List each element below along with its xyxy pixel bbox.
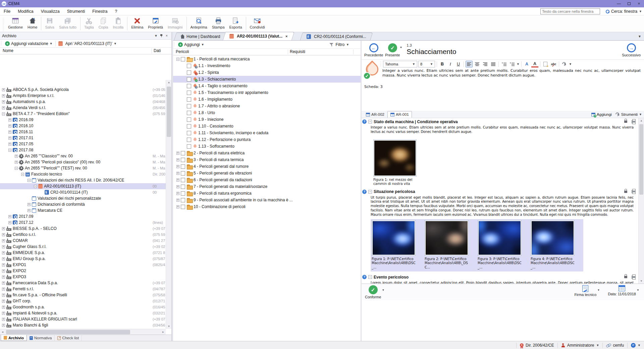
technical-signature-button[interactable]: Firma tecnico ▼ (574, 285, 596, 297)
hazard-tree-row[interactable]: +10 - Combinazione di pericoli (173, 203, 361, 210)
print-button[interactable]: Stampa (210, 16, 227, 30)
tree-expander-icon[interactable]: + (8, 221, 11, 224)
open-document-button[interactable]: Apri 'AR2-001/001113 (IT)' (65, 41, 112, 46)
previous-button[interactable]: ← Precedente (364, 43, 383, 57)
tree-expander-icon[interactable]: + (8, 215, 11, 218)
archive-tree-row[interactable]: +2016.11 (0, 129, 166, 135)
italic-button[interactable]: I (447, 61, 454, 67)
toolbar-grip[interactable] (3, 16, 4, 32)
printer-icon[interactable] (632, 120, 636, 123)
align-right-button[interactable] (482, 61, 489, 67)
hazard-tree-row[interactable]: 1.10 - Cesoiamento (173, 123, 361, 130)
collapse-icon[interactable]: − (368, 275, 372, 279)
archive-tree-row[interactable]: +EXPO3 (0, 274, 166, 280)
hazard-tree-row[interactable]: 1.9 - Iniezione (173, 116, 361, 123)
font-color-button[interactable]: A (523, 61, 530, 67)
maximize-button[interactable] (624, 0, 634, 7)
tab-ar-002[interactable]: AR-002 (363, 111, 387, 118)
printer-icon[interactable] (632, 276, 636, 279)
tree-expander-icon[interactable]: + (8, 137, 11, 140)
printer-icon[interactable] (632, 190, 636, 193)
search-input[interactable] (540, 8, 600, 14)
hazard-tree-row[interactable]: +5 - Pericoli generati da vibrazioni (173, 170, 361, 177)
archive-tree-row[interactable]: +Azienda Verdi s.r.l.(05/456 (0, 105, 166, 111)
panel-close-icon[interactable]: × (164, 34, 169, 38)
hazard-tree-row[interactable]: 1.5 - Trascinamento o intr appolamento (173, 89, 361, 96)
tools-button[interactable]: Strumenti▼ (615, 112, 642, 117)
close-tab-icon[interactable]: × (285, 34, 287, 38)
highlight-color-button[interactable]: A (531, 61, 538, 67)
hazard-tree-row[interactable]: 1.6 - Impigliamento (173, 96, 361, 103)
tree-expander-icon[interactable]: + (8, 124, 11, 128)
tree-expander-icon[interactable]: + (2, 312, 5, 315)
scrollbar-thumb[interactable] (167, 87, 171, 137)
checkbox[interactable] (181, 158, 185, 162)
hazard-tree-row[interactable]: −1 - Pericoli di natura meccanica (173, 56, 361, 62)
export-button[interactable]: Esporta (227, 16, 245, 30)
tree-expander-icon[interactable]: + (2, 282, 5, 285)
tree-expander-icon[interactable]: + (2, 263, 5, 266)
menu-finestra[interactable]: Finestra (89, 7, 111, 15)
conformity-status-button[interactable]: Conforme ▼ (365, 285, 381, 299)
tree-expander-icon[interactable]: + (2, 306, 5, 309)
archive-tree-row[interactable]: +2017.01 (0, 135, 166, 141)
home-button[interactable]: Home (25, 16, 40, 30)
archive-tree-row[interactable]: +Marcatura CE (0, 207, 166, 213)
checkbox[interactable] (187, 138, 191, 142)
tree-expander-icon[interactable]: − (8, 149, 11, 152)
figure-thumbnail[interactable] (478, 220, 522, 256)
figure-thumbnail[interactable] (373, 140, 417, 177)
menu-modifica[interactable]: Modifica (14, 7, 37, 15)
archive-tree-row[interactable]: +BIESSE S.p.A. - SELCO(+39 07 (0, 226, 166, 232)
section-text[interactable]: Integer a varius nunc. Etiam ultricies s… (371, 126, 636, 134)
archive-tree-row[interactable]: +ITALIANA KELLER GRIGLIATI scarl(+39 07 (0, 316, 166, 322)
hazard-tree-row[interactable]: +8 - Pericoli di natura ergonomica (173, 190, 361, 197)
tree-expander-icon[interactable]: − (15, 167, 18, 170)
hazard-summary-text[interactable]: Integer a varius nunc. Etiam ultricies s… (382, 68, 641, 78)
scroll-left-icon[interactable]: ◄ (0, 329, 5, 335)
save-all-button[interactable]: Salva tutto (57, 16, 79, 30)
tree-expander-icon[interactable]: + (2, 100, 5, 103)
scroll-down-icon[interactable]: ▼ (166, 324, 172, 329)
checkbox[interactable] (187, 117, 191, 122)
align-justify-button[interactable] (490, 61, 497, 67)
bullet-list-button[interactable] (500, 61, 507, 67)
tab-ar2-001[interactable]: AR2-001/001113 (Valut... × (224, 32, 293, 40)
close-button[interactable]: × (634, 0, 644, 7)
collapse-icon[interactable]: − (368, 120, 372, 123)
font-family-select[interactable]: Tahoma▼ (383, 61, 417, 67)
archive-vertical-scrollbar[interactable]: ▲ ▼ (166, 80, 171, 329)
archive-tree-row[interactable]: +An 265 ""Classico"" rev. 00M. - Ma (0, 153, 166, 159)
tab-list-chevron-icon[interactable]: ▼ (638, 35, 641, 38)
archive-tree-row[interactable]: +Armpits Enterprise s.r.l.(01/146 (0, 93, 166, 99)
tree-expander-icon[interactable]: + (2, 300, 5, 303)
archive-tree-row[interactable]: +2017.12(linea) (0, 219, 166, 226)
tree-expander-icon[interactable]: + (176, 192, 179, 195)
archive-tree-row[interactable]: +Dichiarazioni di conformità (0, 201, 166, 207)
tree-expander-icon[interactable]: + (176, 172, 179, 175)
archive-tree-row[interactable]: +EMU Group S.p.a.(075/87 (0, 256, 166, 262)
copy-button[interactable]: Copia (96, 16, 111, 30)
archive-tree-row[interactable]: +EMMEDUE S.p.a.(0721 8 (0, 250, 166, 256)
archive-tree-row[interactable]: CR2-001/001114 (IT)00 (0, 189, 166, 195)
checkbox[interactable] (187, 111, 191, 115)
toolbar-grip[interactable] (174, 41, 175, 47)
tree-expander-icon[interactable]: + (176, 185, 179, 188)
checkbox[interactable] (187, 124, 191, 129)
hazard-tree-row[interactable]: 1.12 - Perforazione o puntura (173, 136, 361, 143)
archive-tree-row[interactable]: +Cugher Glass S.r.l.(+39 02 (0, 244, 166, 250)
tree-expander-icon[interactable]: − (34, 185, 37, 188)
hazard-tree-row[interactable]: +9 - Pericoli associati all'ambiente in … (173, 197, 361, 203)
tree-expander-icon[interactable]: + (28, 209, 31, 212)
archive-tree-row[interactable]: +Certifico s.r.l.(075 59 (0, 232, 166, 238)
figure-thumbnail[interactable] (425, 220, 469, 256)
archive-tree-row[interactable]: +An 2655 "Pericoli poi classico" (00) re… (0, 159, 166, 165)
filter-button[interactable]: Filtro ▼ (329, 42, 349, 47)
chevron-down-icon[interactable]: ▼ (569, 62, 572, 66)
archive-tree-row[interactable]: +Goodmonth s.p.a.(016/45 (0, 304, 166, 310)
dock-tab-checklist[interactable]: Check list (55, 335, 82, 341)
dock-tab-normativa[interactable]: Normativa (27, 335, 55, 341)
tree-expander-icon[interactable]: + (2, 251, 5, 254)
add-hazard-button[interactable]: Aggiungi (184, 42, 200, 47)
figure-thumbnail[interactable] (531, 220, 575, 256)
